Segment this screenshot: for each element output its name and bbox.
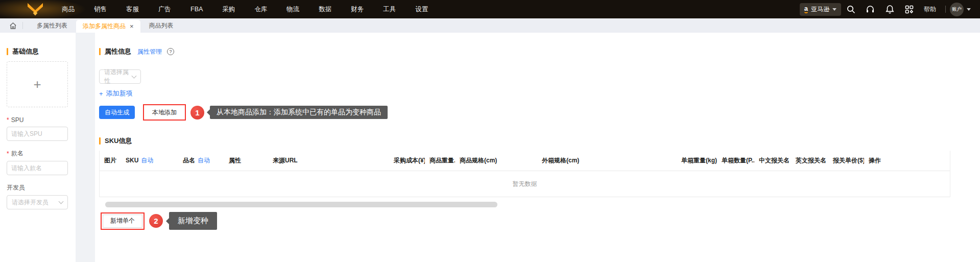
nav-item-finance[interactable]: 财务 [341,0,373,18]
style-name-input[interactable] [7,161,68,175]
annotation-2-badge: 2 [149,214,163,228]
attribute-info-title: 属性信息 属性管理 ? [99,47,980,56]
account-label: 账户 [952,6,962,13]
auto-generate-button[interactable]: 自动生成 [99,106,135,119]
main-menu: 商品 销售 客服 广告 FBA 采购 仓库 物流 数据 财务 工具 设置 [52,0,438,18]
tab-add-multi-attr-product[interactable]: 添加多属性商品 × [76,20,140,33]
nav-item-products[interactable]: 商品 [52,0,84,18]
add-new-item-link[interactable]: + 添加新项 [99,89,133,98]
spu-label: * SPU [7,116,69,124]
section-accent-bar [99,137,101,145]
col-customs-price: 报关单价($) [828,156,864,165]
name-auto-link[interactable]: 自动 [198,157,210,164]
account-chevron-down-icon[interactable] [967,8,971,11]
notifications-bell-icon[interactable] [880,5,899,14]
app-logo-icon[interactable] [27,3,44,16]
help-link[interactable]: 帮助 [919,5,941,14]
marketplace-selector[interactable]: a 亚马逊 [800,3,841,16]
developer-select[interactable]: 请选择开发员 [7,195,68,209]
navbar-right: a 亚马逊 [800,3,971,16]
annotation-highlight-box: 本地添加 [143,104,186,121]
sku-info-title: SKU信息 [99,136,980,146]
add-single-row: 新增单个 2 新增变种 [99,212,980,230]
annotation-2: 2 新增变种 [149,212,217,230]
annotation-1: 1 从本地商品添加：添加系统中已有的单品为变种商品 [190,106,388,120]
required-asterisk: * [7,116,9,124]
close-icon[interactable]: × [130,23,134,30]
panel-gutter [76,33,95,262]
marketplace-label: 亚马逊 [811,5,829,14]
col-customs-name-en: 英文报关名 [791,156,828,165]
amazon-icon: a [804,5,808,13]
empty-state-text: 暂无数据 [100,171,950,197]
nav-item-settings[interactable]: 设置 [405,0,438,18]
col-actions: 操作 [864,156,951,165]
section-accent-bar [99,48,101,55]
col-source-url: 来源URL [268,156,389,165]
plus-icon: + [99,90,103,98]
top-navbar: 商品 销售 客服 广告 FBA 采购 仓库 物流 数据 财务 工具 设置 a 亚… [0,0,980,18]
sku-auto-link[interactable]: 自动 [141,157,153,164]
annotation-highlight-box: 新增单个 [101,212,145,230]
nav-item-logistics[interactable]: 物流 [277,0,309,18]
tab-divider [22,22,23,29]
plus-icon: + [33,78,41,91]
search-icon[interactable] [841,5,861,14]
account-avatar[interactable]: 账户 [950,3,964,16]
horizontal-scrollbar-thumb[interactable] [105,202,497,207]
annotation-2-tooltip: 新增变种 [169,212,217,230]
style-name-label: * 款名 [7,149,69,158]
col-sku: SKU自动 [121,156,178,165]
developer-label: 开发员 [7,183,69,192]
page-body: 基础信息 + * SPU * 款名 开发员 请选择开发员 属性信息 属性管理 ? [0,33,980,262]
local-add-button[interactable]: 本地添加 [145,106,184,118]
col-carton-size: 外箱规格(cm) [537,156,677,165]
chevron-down-icon [832,8,836,11]
col-customs-name-cn: 中文报关名 [754,156,791,165]
chevron-down-icon [59,199,64,204]
sku-table-header: 图片 SKU自动 品名自动 属性 来源URL 采购成本(¥) 商品重量... 商… [100,151,950,171]
tab-product-list[interactable]: 商品列表 [140,18,182,33]
col-image: 图片 [100,156,121,165]
nav-item-data[interactable]: 数据 [309,0,341,18]
col-purchase-cost: 采购成本(¥) [389,156,425,165]
apps-grid-icon[interactable] [899,5,919,14]
help-question-icon[interactable]: ? [167,48,174,55]
required-asterisk: * [7,150,9,157]
col-carton-weight: 单箱重量(kg) [677,156,717,165]
col-product-name: 品名自动 [178,156,224,165]
nav-item-purchase[interactable]: 采购 [212,0,245,18]
navbar-divider [945,6,946,13]
tab-label: 添加多属性商品 [83,20,126,33]
basic-info-panel: 基础信息 + * SPU * 款名 开发员 请选择开发员 [0,33,76,262]
nav-item-ads[interactable]: 广告 [149,0,181,18]
sku-table: 图片 SKU自动 品名自动 属性 来源URL 采购成本(¥) 商品重量... 商… [99,151,950,197]
attribute-select[interactable]: 请选择属性 [99,69,141,84]
tab-multi-attr-list[interactable]: 多属性列表 [28,18,76,33]
attribute-buttons-row: 自动生成 本地添加 1 从本地商品添加：添加系统中已有的单品为变种商品 [99,104,980,121]
col-carton-qty: 单箱数量(P... [717,156,754,165]
home-icon[interactable] [5,22,20,30]
main-content: 属性信息 属性管理 ? 请选择属性 + 添加新项 自动生成 本地添加 1 从本地… [95,33,980,262]
nav-item-service[interactable]: 客服 [116,0,149,18]
section-accent-bar [7,48,8,55]
annotation-1-tooltip: 从本地商品添加：添加系统中已有的单品为变种商品 [210,106,388,119]
nav-item-warehouse[interactable]: 仓库 [245,0,277,18]
col-attribute: 属性 [224,156,268,165]
nav-item-tools[interactable]: 工具 [373,0,405,18]
attribute-manage-link[interactable]: 属性管理 [137,47,162,56]
col-product-size: 商品规格(cm) [455,156,537,165]
tab-bar: 多属性列表 添加多属性商品 × 商品列表 [0,18,980,33]
col-product-weight: 商品重量... [425,156,455,165]
basic-info-title: 基础信息 [7,47,69,56]
nav-item-fba[interactable]: FBA [181,0,212,18]
annotation-1-badge: 1 [190,106,204,120]
nav-item-sales[interactable]: 销售 [84,0,116,18]
spu-input[interactable] [7,127,68,141]
add-single-button[interactable]: 新增单个 [103,215,142,228]
image-upload-box[interactable]: + [7,61,68,107]
headset-icon[interactable] [861,5,880,14]
